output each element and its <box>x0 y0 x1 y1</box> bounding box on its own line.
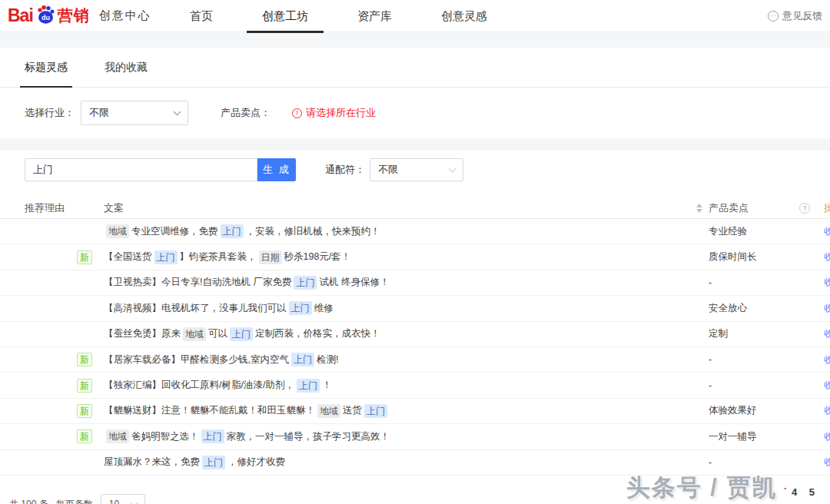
selling-point-cell: - <box>709 277 824 288</box>
wildcard-select[interactable]: 不限 <box>370 158 463 181</box>
table-row: 【高清视频】电视机坏了，没事儿我们可以 上门 维修安全放心收藏 <box>0 296 830 321</box>
nav-item-0[interactable]: 首页 <box>165 0 237 32</box>
logo-yingxiao-text: 营销 <box>58 5 90 26</box>
copy-text: 专业空调维修，免费 <box>131 225 218 238</box>
tab-1[interactable]: 我的收藏 <box>105 48 148 88</box>
keyword-tag: 上门 <box>294 276 317 290</box>
column-header-copy: 文案 <box>104 201 124 215</box>
results-table: 推荐理由 文案 产品卖点 ? 操作 地域 专业空调维修，免费 上门 ，安装，修旧… <box>0 198 830 476</box>
table-body: 地域 专业空调维修，免费 上门 ，安装，修旧机械，快来预约！专业经验收藏新【全国… <box>0 219 830 476</box>
copy-text: 【卫视热卖】今日专享!自动洗地机 厂家免费 <box>104 276 291 289</box>
copy-cell: 【蚕丝免烫】原来 地域 可以 上门 定制西装，价格实，成衣快！ <box>104 327 709 341</box>
keyword-tag: 上门 <box>289 301 312 315</box>
baidu-marketing-logo: Bai du 营销 创意中心 <box>0 5 151 26</box>
clipped-action-link[interactable]: 收藏 <box>824 251 830 262</box>
copy-text: 送货 <box>343 404 362 417</box>
selling-point-cell: 专业经验 <box>709 225 824 238</box>
table-row: 【卫视热卖】今日专享!自动洗地机 厂家免费 上门 试机 终身保修！-收藏 <box>0 270 830 296</box>
industry-select[interactable]: 不限 <box>81 101 188 125</box>
copy-cell: 【全国送货 上门 】钧瓷茶具套装， 日期 秒杀198元/套！ <box>104 250 709 264</box>
selling-point-label: 产品卖点： <box>221 106 271 120</box>
tab-0[interactable]: 标题灵感 <box>25 48 68 88</box>
page-size-label: 每页条数 <box>56 498 93 504</box>
keyword-tag: 上门 <box>202 456 225 469</box>
copy-text: 定制西装，价格实，成衣快！ <box>255 327 380 340</box>
generate-button[interactable]: 生 成 <box>257 158 296 181</box>
selling-point-cell: 一对一辅导 <box>709 430 824 443</box>
copy-text: ，修好才收费 <box>227 456 285 469</box>
total-count: 共 100 条 <box>9 498 48 504</box>
logo-product-name: 创意中心 <box>99 8 151 23</box>
copy-text: 】钧瓷茶具套装， <box>180 250 257 264</box>
keyword-input[interactable] <box>25 158 257 181</box>
pagination-footer: 共 100 条 每页条数 10 <box>0 489 830 504</box>
wildcard-tag: 地域 <box>106 224 129 238</box>
selling-point-cell: - <box>709 457 824 468</box>
clipped-action-link[interactable]: 收藏 <box>824 277 830 287</box>
new-badge: 新 <box>77 429 92 443</box>
top-navigation-bar: Bai du 营销 创意中心 首页创意工坊资产库创意灵感 ⋯ 意见反馈 <box>0 0 830 32</box>
nav-item-3[interactable]: 创意灵感 <box>417 0 512 32</box>
sub-tabs-row: 标题灵感我的收藏 <box>0 48 830 88</box>
copy-cell: 【貔貅送财】注意！貔貅不能乱戴！和田玉貔貅！ 地域 送货 上门 <box>104 404 709 418</box>
wildcard-tag: 地域 <box>106 429 129 443</box>
selling-point-cell: 安全放心 <box>709 302 824 315</box>
reason-cell: 新 <box>0 353 104 366</box>
table-row: 【蚕丝免烫】原来 地域 可以 上门 定制西装，价格实，成衣快！定制收藏 <box>0 322 830 347</box>
reason-cell: 新 <box>0 379 104 393</box>
clipped-action-link[interactable]: 收藏 <box>824 303 830 313</box>
copy-text: 【独家汇编】回收化工原料/树脂/油漆/助剂， <box>104 379 294 392</box>
clipped-action-link[interactable]: 收藏 <box>824 226 830 237</box>
chevron-down-icon <box>174 108 181 115</box>
clipped-column-header: 操作 <box>824 202 830 214</box>
copy-text: 【蚕丝免烫】原来 <box>104 327 181 340</box>
column-header-selling-point: 产品卖点 <box>709 201 749 215</box>
new-badge: 新 <box>77 250 92 264</box>
warning-text: 请选择所在行业 <box>306 106 376 120</box>
nav-item-1[interactable]: 创意工坊 <box>237 0 333 32</box>
page-size-value: 10 <box>109 499 119 504</box>
clipped-action-link[interactable]: 收藏 <box>824 328 830 339</box>
table-row: 屋顶漏水？来这，免费 上门 ，修好才收费-收藏 <box>0 450 830 476</box>
keyword-tag: 上门 <box>297 379 320 393</box>
nav-item-2[interactable]: 资产库 <box>333 0 417 32</box>
new-badge: 新 <box>77 379 92 393</box>
keyword-tag: 上门 <box>291 353 314 366</box>
table-row: 地域 专业空调维修，免费 上门 ，安装，修旧机械，快来预约！专业经验收藏 <box>0 219 830 244</box>
wildcard-tag: 地域 <box>317 404 340 418</box>
copy-text: 家教，一对一辅导，孩子学习更高效！ <box>227 430 390 443</box>
clipped-action-link[interactable]: 收藏 <box>824 380 830 390</box>
selling-point-cell: 定制 <box>709 327 824 340</box>
copy-text: 维修 <box>314 302 334 315</box>
table-row: 新【全国送货 上门 】钧瓷茶具套装， 日期 秒杀198元/套！质保时间长收藏 <box>0 244 830 270</box>
copy-cell: 地域 专业空调维修，免费 上门 ，安装，修旧机械，快来预约！ <box>104 224 709 238</box>
chevron-down-icon <box>130 499 138 504</box>
keyword-tag: 上门 <box>154 250 178 264</box>
selling-point-cell: - <box>709 354 824 365</box>
sort-icon[interactable] <box>696 204 702 213</box>
copy-text: 检测! <box>317 353 338 366</box>
page-size-select[interactable]: 10 <box>101 494 145 504</box>
results-section: 生 成 通配符： 不限 推荐理由 文案 产品卖点 ? 操作 地域 专业空调维修，… <box>0 151 830 489</box>
keyword-tag: 上门 <box>221 224 244 238</box>
chevron-down-icon <box>449 164 456 172</box>
clipped-action-link[interactable]: 收藏 <box>824 354 830 365</box>
clipped-action-link[interactable]: 收藏 <box>824 456 830 467</box>
reason-cell: 新 <box>0 404 104 418</box>
table-row: 新【貔貅送财】注意！貔貅不能乱戴！和田玉貔貅！ 地域 送货 上门体验效果好收藏 <box>0 399 830 424</box>
table-row: 新【居家车载必备】甲醛检测多少钱,室内空气 上门 检测!-收藏 <box>0 347 830 373</box>
copy-text: 【貔貅送财】注意！貔貅不能乱戴！和田玉貔貅！ <box>104 404 315 417</box>
copy-text: 秒杀198元/套！ <box>284 250 351 264</box>
clipped-action-link[interactable]: 收藏 <box>824 431 830 442</box>
copy-text: 屋顶漏水？来这，免费 <box>104 456 200 469</box>
industry-label: 选择行业： <box>25 106 75 120</box>
main-nav: 首页创意工坊资产库创意灵感 <box>165 0 512 32</box>
feedback-button[interactable]: ⋯ 意见反馈 <box>768 0 822 32</box>
copy-text: 【全国送货 <box>104 250 152 264</box>
keyword-tag: 上门 <box>201 429 224 443</box>
clipped-action-link[interactable]: 收藏 <box>824 405 830 416</box>
copy-text: ！ <box>322 379 332 392</box>
help-icon[interactable]: ? <box>799 203 810 214</box>
logo-bai-text: Bai <box>8 5 33 26</box>
selling-point-cell: 体验效果好 <box>709 404 824 417</box>
